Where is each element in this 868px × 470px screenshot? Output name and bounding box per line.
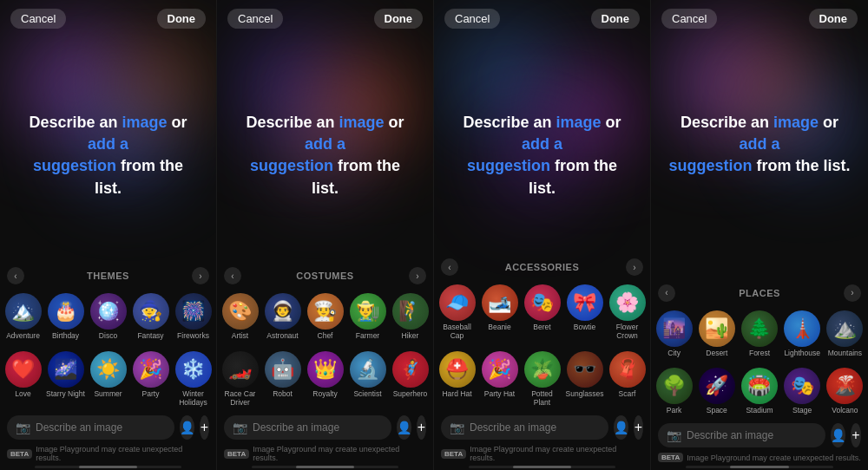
icon-item-stadium[interactable]: 🏟️ Stadium	[738, 364, 780, 418]
section-nav: ‹ ACCESSORIES ›	[434, 253, 650, 277]
icon-item-baseballcap[interactable]: 🧢 Baseball Cap	[436, 281, 478, 343]
icons-row-1: 🌆 City 🏜️ Desert 🌲 Forest 🗼 Lighthouse	[651, 304, 868, 361]
prev-arrow[interactable]: ‹	[658, 284, 675, 302]
describe-input[interactable]	[687, 429, 817, 441]
icon-label-chef: Chef	[318, 331, 333, 340]
next-arrow[interactable]: ›	[409, 267, 426, 284]
describe-text-or: or	[385, 114, 404, 131]
icon-item-hiker[interactable]: 🧗 Hiker	[389, 290, 431, 343]
icon-item-birthday[interactable]: 🎂 Birthday	[44, 290, 87, 343]
camera-icon: 📷	[450, 421, 464, 434]
describe-text-image: image	[773, 114, 819, 131]
icon-item-summer[interactable]: ☀️ Summer	[87, 348, 129, 410]
icon-item-sunglasses[interactable]: 🕶️ Sunglasses	[563, 348, 606, 410]
icon-label-volcano: Volcano	[832, 406, 858, 415]
icon-item-love[interactable]: ❤️ Love	[2, 348, 44, 410]
icon-item-volcano[interactable]: 🌋 Volcano	[824, 364, 866, 418]
done-button[interactable]: Done	[374, 9, 424, 29]
avatar-button[interactable]: 👤	[614, 415, 628, 440]
plus-button[interactable]: +	[200, 415, 209, 440]
describe-input[interactable]	[253, 421, 383, 434]
icon-label-artist: Artist	[232, 331, 248, 340]
icon-item-fireworks[interactable]: 🎆 Fireworks	[172, 290, 214, 343]
icon-circle-summer: ☀️	[90, 351, 127, 388]
avatar-button[interactable]: 👤	[397, 415, 411, 440]
describe-prompt: Describe an image or add asuggestion fro…	[434, 34, 650, 208]
cancel-button[interactable]: Cancel	[10, 9, 66, 29]
icon-item-chef[interactable]: 👨‍🍳 Chef	[304, 290, 346, 343]
describe-text-or: or	[819, 114, 838, 131]
cancel-button[interactable]: Cancel	[444, 9, 500, 29]
icon-item-desert[interactable]: 🏜️ Desert	[695, 307, 738, 361]
icon-item-robot[interactable]: 🤖 Robot	[261, 348, 304, 410]
prev-arrow[interactable]: ‹	[441, 258, 458, 276]
icon-item-pottedplant[interactable]: 🪴 Potted Plant	[521, 348, 563, 410]
done-button[interactable]: Done	[809, 9, 858, 29]
next-arrow[interactable]: ›	[626, 258, 643, 276]
icon-circle-space: 🚀	[699, 368, 735, 404]
avatar-button[interactable]: 👤	[831, 423, 845, 447]
icon-item-farmer[interactable]: 👨‍🌾 Farmer	[346, 290, 389, 343]
icon-label-sunglasses: Sunglasses	[566, 389, 604, 398]
icon-circle-forest: 🌲	[741, 310, 778, 347]
prev-arrow[interactable]: ‹	[7, 267, 24, 284]
input-area: 📷 👤 +	[651, 418, 868, 451]
prev-arrow[interactable]: ‹	[224, 267, 241, 284]
icon-item-partyhat[interactable]: 🎉 Party Hat	[478, 348, 521, 410]
beta-badge: BETA	[441, 449, 466, 459]
icon-item-lighthouse[interactable]: 🗼 Lighthouse	[781, 307, 824, 361]
icon-label-scarf: Scarf	[619, 389, 636, 398]
describe-text-image: image	[122, 114, 168, 131]
avatar-button[interactable]: 👤	[180, 415, 194, 440]
describe-input[interactable]	[36, 421, 166, 434]
icon-item-stage[interactable]: 🎭 Stage	[781, 364, 824, 418]
cancel-button[interactable]: Cancel	[227, 9, 283, 29]
icon-circle-hardhat: ⛑️	[439, 351, 476, 388]
icon-item-beanie[interactable]: 🎿 Beanie	[478, 281, 521, 343]
plus-button[interactable]: +	[634, 415, 643, 440]
scroll-indicator	[252, 466, 398, 468]
done-button[interactable]: Done	[591, 9, 641, 29]
scroll-thumb	[730, 466, 789, 468]
icon-item-superhero[interactable]: 🦸 Superhero	[389, 348, 431, 410]
icon-item-mountains[interactable]: ⛰️ Mountains	[824, 307, 866, 361]
icon-circle-robot: 🤖	[265, 351, 301, 388]
icon-circle-love: ❤️	[5, 351, 42, 388]
plus-button[interactable]: +	[417, 415, 426, 440]
icon-item-adventure[interactable]: 🏔️ Adventure	[2, 290, 44, 343]
icon-item-starrynight[interactable]: 🌌 Starry Night	[44, 348, 87, 410]
icon-circle-lighthouse: 🗼	[784, 310, 820, 347]
icon-item-disco[interactable]: 🪩 Disco	[87, 290, 129, 343]
done-button[interactable]: Done	[157, 9, 207, 29]
plus-button[interactable]: +	[851, 423, 861, 447]
icon-item-royalty[interactable]: 👑 Royalty	[304, 348, 346, 410]
icon-item-scarf[interactable]: 🧣 Scarf	[606, 348, 648, 410]
cancel-button[interactable]: Cancel	[661, 9, 717, 29]
icon-item-beret[interactable]: 🎭 Beret	[521, 281, 563, 343]
icon-item-racecardriver[interactable]: 🏎️ Race Car Driver	[219, 348, 261, 410]
describe-text-from: from the list.	[753, 157, 851, 174]
icon-item-fantasy[interactable]: 🧙 Fantasy	[129, 290, 172, 343]
icon-item-hardhat[interactable]: ⛑️ Hard Hat	[436, 348, 478, 410]
icon-label-stadium: Stadium	[746, 406, 773, 415]
icon-label-scientist: Scientist	[353, 389, 381, 398]
icon-item-winterholidays[interactable]: ❄️ Winter Holidays	[172, 348, 214, 410]
icon-item-astronaut[interactable]: 👨‍🚀 Astronaut	[261, 290, 304, 343]
icon-item-park[interactable]: 🌳 Park	[653, 364, 695, 418]
section-nav: ‹ THEMES ›	[0, 262, 216, 286]
icon-item-party[interactable]: 🎉 Party	[129, 348, 172, 410]
next-arrow[interactable]: ›	[192, 267, 209, 284]
icon-item-flowercrown[interactable]: 🌸 Flower Crown	[606, 281, 648, 343]
icon-item-forest[interactable]: 🌲 Forest	[738, 307, 780, 361]
icon-item-scientist[interactable]: 🔬 Scientist	[346, 348, 389, 410]
icon-label-farmer: Farmer	[356, 331, 379, 340]
icon-item-city[interactable]: 🌆 City	[653, 307, 695, 361]
describe-input[interactable]	[470, 421, 600, 434]
icon-item-artist[interactable]: 🎨 Artist	[219, 290, 261, 343]
icon-label-beret: Beret	[533, 323, 550, 331]
next-arrow[interactable]: ›	[844, 284, 861, 302]
icon-item-space[interactable]: 🚀 Space	[695, 364, 738, 418]
panel-4: Cancel Done Describe an image or add asu…	[651, 0, 868, 470]
icon-item-bowtie[interactable]: 🎀 Bowtie	[563, 281, 606, 343]
icon-label-adventure: Adventure	[6, 331, 40, 340]
